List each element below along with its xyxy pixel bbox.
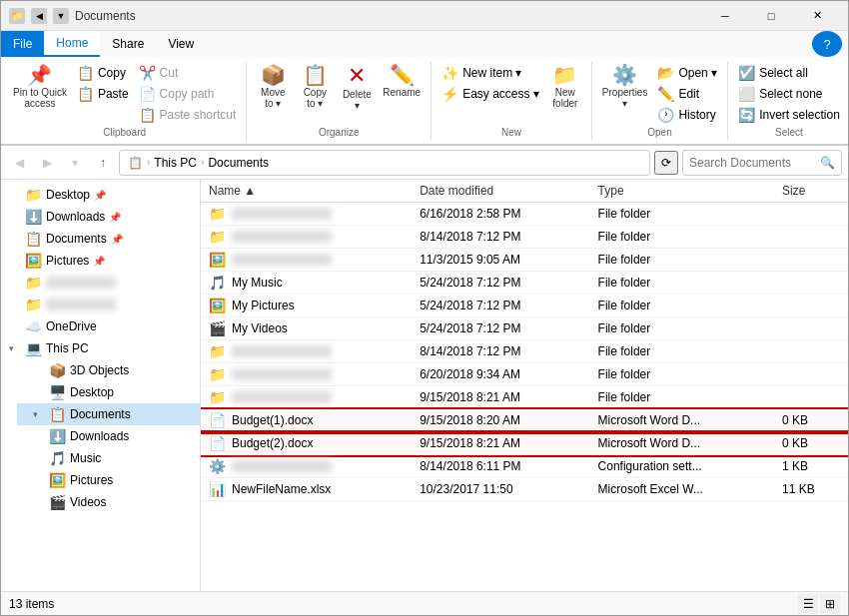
minimize-button[interactable]: ─ — [702, 1, 748, 31]
sidebar-item-folder2[interactable]: 📁 — [1, 294, 200, 315]
search-box[interactable]: 🔍 — [682, 150, 842, 176]
table-row-excel[interactable]: 📊NewFileName.xlsx 10/23/2017 11:50 Micro… — [201, 478, 848, 501]
help-button[interactable]: ? — [812, 31, 842, 57]
videos-icon: 🎬 — [49, 494, 66, 510]
tab-file[interactable]: File — [1, 31, 44, 57]
sidebar-item-desktop2[interactable]: 🖥️ Desktop — [17, 381, 200, 403]
history-icon: 🕐 — [657, 107, 674, 123]
folder-icon: 📁 — [209, 206, 226, 222]
sidebar-item-downloads[interactable]: ⬇️ Downloads 📌 — [1, 206, 200, 228]
invert-icon: 🔄 — [738, 107, 755, 123]
forward-button[interactable]: ▶ — [35, 151, 59, 175]
invert-selection-button[interactable]: 🔄 Invert selection — [734, 105, 844, 125]
sidebar-item-pictures2[interactable]: 🖼️ Pictures — [17, 469, 200, 491]
tab-view[interactable]: View — [156, 31, 206, 57]
delete-button[interactable]: ✕ Delete▾ — [337, 63, 377, 113]
table-row[interactable]: 📁 9/15/2018 8:21 AM File folder — [201, 386, 848, 409]
title-bar-left: 📁 ◀ ▼ Documents — [9, 8, 136, 24]
large-icons-view-button[interactable]: ⊞ — [820, 594, 840, 614]
copy-button[interactable]: 📋 Copy — [73, 63, 133, 83]
table-row[interactable]: 🎬My Videos 5/24/2018 7:12 PM File folder — [201, 317, 848, 340]
3dobjects-icon: 📦 — [49, 362, 66, 378]
properties-button[interactable]: ⚙️ Properties▾ — [598, 63, 652, 111]
properties-icon: ⚙️ — [612, 65, 637, 85]
search-input[interactable] — [689, 156, 816, 170]
title-bar: 📁 ◀ ▼ Documents ─ □ ✕ — [1, 1, 848, 31]
history-button[interactable]: 🕐 History — [653, 105, 721, 125]
open-edit-col: 📂 Open ▾ ✏️ Edit 🕐 History — [653, 63, 721, 125]
select-none-button[interactable]: ⬜ Select none — [734, 84, 844, 104]
recent-button[interactable]: ▾ — [63, 151, 87, 175]
paste-button[interactable]: 📋 Paste — [73, 84, 133, 104]
new-folder-button[interactable]: 📁 Newfolder — [545, 63, 585, 111]
breadcrumb[interactable]: 📋 › This PC › Documents — [119, 150, 650, 176]
pin-quick-access-button[interactable]: 📌 Pin to Quickaccess — [9, 63, 71, 111]
blurred-name — [232, 254, 332, 266]
col-size[interactable]: Size — [774, 180, 848, 203]
breadcrumb-thispc[interactable]: This PC — [154, 156, 197, 170]
word-icon: 📄 — [209, 412, 226, 428]
tab-share[interactable]: Share — [100, 31, 156, 57]
table-row[interactable]: 📁 6/20/2018 9:34 AM File folder — [201, 363, 848, 386]
rename-button[interactable]: ✏️ Rename — [379, 63, 424, 100]
sidebar-item-desktop[interactable]: 📁 Desktop 📌 — [1, 184, 200, 206]
table-row[interactable]: 📁 8/14/2018 7:12 PM File folder — [201, 340, 848, 363]
up-button[interactable]: ↑ — [91, 151, 115, 175]
table-row[interactable]: 🖼️ 11/3/2015 9:05 AM File folder — [201, 249, 848, 272]
copy-path-button[interactable]: 📄 Copy path — [135, 84, 241, 104]
table-row[interactable]: 🖼️My Pictures 5/24/2018 7:12 PM File fol… — [201, 295, 848, 317]
details-view-button[interactable]: ☰ — [798, 594, 818, 614]
onedrive-icon: ☁️ — [25, 318, 42, 334]
copy-to-button[interactable]: 📋 Copyto ▾ — [295, 63, 335, 111]
blurred-name — [232, 345, 332, 357]
expand-down-icon: ▾ — [9, 343, 21, 353]
table-row[interactable]: 🎵My Music 5/24/2018 7:12 PM File folder — [201, 272, 848, 295]
main-area: 📁 Desktop 📌 ⬇️ Downloads 📌 📋 Documents 📌… — [1, 180, 848, 591]
copy-to-icon: 📋 — [303, 65, 328, 85]
documents2-icon: 📋 — [49, 406, 66, 422]
pin-icon-4: 📌 — [93, 256, 105, 267]
move-to-button[interactable]: 📦 Moveto ▾ — [253, 63, 293, 111]
breadcrumb-documents[interactable]: Documents — [208, 156, 269, 170]
easy-access-button[interactable]: ⚡ Easy access ▾ — [437, 84, 543, 104]
ribbon-group-organize: 📦 Moveto ▾ 📋 Copyto ▾ ✕ Delete▾ ✏️ Renam… — [247, 61, 431, 140]
sidebar-item-thispc[interactable]: ▾ 💻 This PC — [1, 337, 200, 359]
folder-special-icon: 🖼️ — [209, 252, 226, 268]
back-button[interactable]: ◀ — [7, 151, 31, 175]
organize-items: 📦 Moveto ▾ 📋 Copyto ▾ ✕ Delete▾ ✏️ Renam… — [253, 61, 424, 127]
col-type[interactable]: Type — [590, 180, 774, 203]
sidebar-item-documents2[interactable]: ▾ 📋 Documents — [17, 403, 200, 425]
sidebar-item-music[interactable]: 🎵 Music — [17, 447, 200, 469]
sidebar-item-folder1[interactable]: 📁 — [1, 272, 200, 294]
paste-shortcut-button[interactable]: 📋 Paste shortcut — [135, 105, 241, 125]
new-item-button[interactable]: ✨ New item ▾ — [437, 63, 543, 83]
downloads2-icon: ⬇️ — [49, 428, 66, 444]
sidebar-item-pictures[interactable]: 🖼️ Pictures 📌 — [1, 250, 200, 272]
table-row-config[interactable]: ⚙️ 8/14/2018 6:11 PM Configuration sett.… — [201, 455, 848, 478]
maximize-button[interactable]: □ — [748, 1, 794, 31]
close-button[interactable]: ✕ — [794, 1, 840, 31]
sidebar-item-onedrive[interactable]: ☁️ OneDrive — [1, 315, 200, 337]
expand-down-icon-2: ▾ — [33, 409, 45, 419]
col-name[interactable]: Name ▲ — [201, 180, 412, 203]
sidebar-item-videos[interactable]: 🎬 Videos — [17, 491, 200, 513]
tab-home[interactable]: Home — [44, 31, 100, 57]
table-row[interactable]: 📁 6/16/2018 2:58 PM File folder — [201, 203, 848, 226]
cut-icon: ✂️ — [139, 65, 156, 81]
refresh-button[interactable]: ⟳ — [654, 151, 678, 175]
sidebar-item-3dobjects[interactable]: 📦 3D Objects — [17, 359, 200, 381]
edit-button[interactable]: ✏️ Edit — [653, 84, 721, 104]
open-button[interactable]: 📂 Open ▾ — [653, 63, 721, 83]
window-controls: ─ □ ✕ — [702, 1, 840, 31]
select-all-button[interactable]: ☑️ Select all — [734, 63, 844, 83]
table-row-budget1[interactable]: 📄Budget(1).docx 9/15/2018 8:20 AM Micros… — [201, 409, 848, 432]
blurred-name — [232, 208, 332, 220]
nav-bar: ◀ ▶ ▾ ↑ 📋 › This PC › Documents ⟳ 🔍 — [1, 146, 848, 180]
table-row[interactable]: 📁 8/14/2018 7:12 PM File folder — [201, 226, 848, 249]
table-row-budget2[interactable]: 📄Budget(2).docx 9/15/2018 8:21 AM Micros… — [201, 432, 848, 455]
col-date[interactable]: Date modified — [412, 180, 589, 203]
sidebar-item-documents[interactable]: 📋 Documents 📌 — [1, 228, 200, 250]
sidebar-item-downloads2[interactable]: ⬇️ Downloads — [17, 425, 200, 447]
rename-icon: ✏️ — [390, 65, 415, 85]
cut-button[interactable]: ✂️ Cut — [135, 63, 241, 83]
